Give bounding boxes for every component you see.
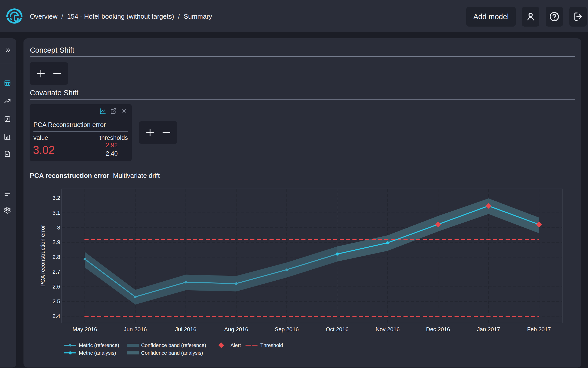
svg-text:2.9: 2.9 <box>52 239 60 245</box>
svg-text:2.8: 2.8 <box>52 254 60 260</box>
svg-text:Threshold: Threshold <box>260 342 283 348</box>
svg-text:Dec 2016: Dec 2016 <box>426 326 450 332</box>
svg-text:2.5: 2.5 <box>52 298 60 305</box>
svg-text:Jul 2016: Jul 2016 <box>175 326 196 332</box>
svg-text:Feb 2017: Feb 2017 <box>527 326 551 332</box>
svg-text:Confidence band (analysis): Confidence band (analysis) <box>141 350 203 356</box>
svg-text:May 2016: May 2016 <box>72 326 97 332</box>
svg-text:PCA reconstruction error: PCA reconstruction error <box>40 225 46 287</box>
svg-text:Alert: Alert <box>230 342 241 348</box>
svg-text:2.7: 2.7 <box>52 269 60 275</box>
svg-text:3.2: 3.2 <box>52 195 60 201</box>
svg-text:Confidence band (reference): Confidence band (reference) <box>141 342 206 348</box>
svg-text:Nov 2016: Nov 2016 <box>376 326 400 332</box>
svg-text:Jun 2016: Jun 2016 <box>124 326 147 332</box>
svg-text:Oct 2016: Oct 2016 <box>326 326 348 332</box>
svg-text:Metric (analysis): Metric (analysis) <box>79 350 116 356</box>
svg-text:2.4: 2.4 <box>52 313 60 319</box>
svg-text:Sep 2016: Sep 2016 <box>275 326 299 332</box>
svg-text:Aug 2016: Aug 2016 <box>224 326 248 332</box>
svg-text:2.6: 2.6 <box>52 283 60 290</box>
svg-text:3.1: 3.1 <box>52 210 60 216</box>
svg-text:3: 3 <box>57 224 60 231</box>
svg-text:Metric (reference): Metric (reference) <box>79 342 119 348</box>
svg-text:Jan 2017: Jan 2017 <box>477 326 500 332</box>
